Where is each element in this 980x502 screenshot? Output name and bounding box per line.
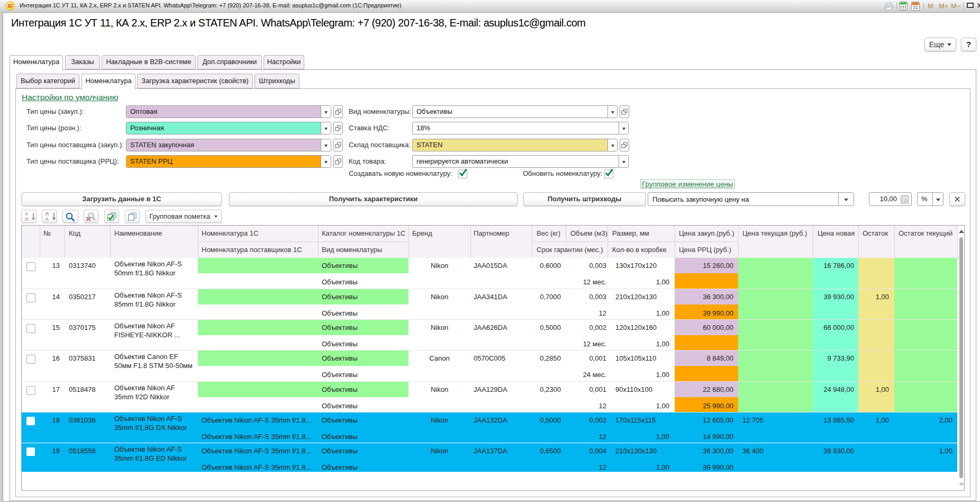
svg-text:31: 31 (913, 5, 918, 10)
